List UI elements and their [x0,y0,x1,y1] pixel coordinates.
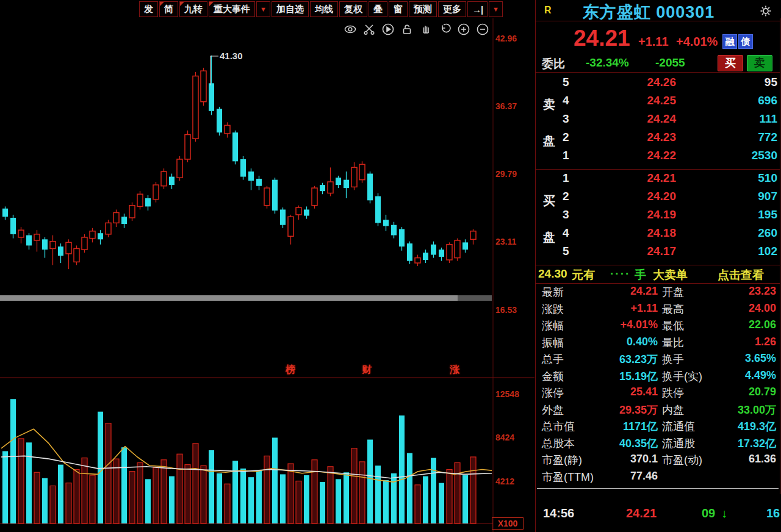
divider [536,169,780,170]
play-icon[interactable] [381,23,396,37]
chart-scrollbar[interactable] [0,295,492,301]
level-volume: 195 [692,208,777,221]
level-price: 24.21 [603,171,676,185]
buy-row[interactable]: 424.18260 [536,226,780,243]
candle [18,230,24,237]
sell-row[interactable]: 224.23772 [536,131,780,148]
divider [536,72,780,73]
candle [50,242,56,249]
footer-last-volume: 16 [766,506,780,520]
zoom-out-icon[interactable] [476,23,491,37]
buy-row[interactable]: 124.21510 [536,171,780,189]
candle [272,180,278,211]
volume-bar [304,475,309,523]
stat-value: 24.21 [591,285,658,298]
candle [359,164,365,179]
scissors-icon[interactable] [362,23,377,37]
level-volume: 2530 [692,149,777,162]
volume-bar [248,477,254,523]
stat-label: 最高 [662,302,684,317]
stat-label: 换手 [662,352,684,367]
sell-row[interactable]: 324.24111 [536,112,780,129]
stat-value: 17.32亿 [709,436,776,451]
event-marker[interactable]: 财 [362,364,372,376]
divider [536,265,780,265]
hand-icon[interactable] [419,23,434,37]
eye-icon[interactable] [344,23,358,37]
candle [423,253,428,260]
candle [399,229,405,246]
price-tick-label: 29.79 [495,169,517,179]
candle [336,178,341,185]
price-change: +1.11 [638,35,669,49]
candle [34,234,40,240]
sell-row[interactable]: 124.222530 [536,149,780,166]
stat-label: 最低 [662,318,684,333]
level-price: 24.24 [603,112,676,126]
buy-row[interactable]: 524.17102 [536,245,780,262]
event-marker[interactable]: 涨 [450,364,459,376]
kline-chart[interactable]: 41.30 42.9636.3729.7923.1116.53125488424… [0,0,536,532]
undo-icon[interactable] [438,23,453,37]
volume-bar [74,470,79,523]
volume-bar [153,467,159,523]
level-number: 4 [563,226,569,240]
weibi-label: 委比 [542,56,565,72]
price-tick-label: 42.96 [495,34,517,43]
candle [320,185,325,191]
volume-bar [34,472,40,523]
sell-row[interactable]: 424.25696 [536,94,780,111]
event-marker[interactable]: 榜 [286,364,295,376]
buy-button[interactable]: 买 [718,55,743,71]
down-arrow-icon: ↓ [721,506,727,520]
sell-row[interactable]: 524.2695 [536,76,780,93]
level-number: 2 [563,131,569,144]
lock-icon[interactable] [400,23,415,37]
stat-label: 涨停 [542,386,564,400]
ticker-view-link[interactable]: 点击查看 [718,267,764,283]
level-price: 24.19 [603,208,676,221]
stat-label: 涨跌 [542,302,564,317]
level-volume: 260 [692,226,777,240]
stat-label: 换手(实) [662,369,702,384]
candle [383,220,389,226]
candle [74,248,79,262]
candle [2,209,8,217]
volume-bar [26,442,32,523]
candle [455,240,460,258]
candle [264,188,270,206]
volume-bar [169,476,175,523]
stat-value: 33.00万 [709,403,776,417]
footer-tick-volume: 09 [702,506,715,520]
volume-bar [232,461,238,523]
stat-label: 涨幅 [542,318,564,333]
level-price: 24.17 [603,245,676,258]
stat-value: 22.06 [709,318,776,331]
buy-row[interactable]: 324.19195 [536,208,780,225]
candle [248,171,254,181]
candle [121,217,127,224]
candle [367,174,373,201]
candle [328,182,333,193]
zoom-in-icon[interactable] [457,23,472,37]
volume-bar [351,448,357,523]
stat-label: 流通值 [662,419,695,434]
stat-value: +1.11 [591,302,658,315]
candle [169,177,175,185]
candle [42,239,48,250]
candle [439,250,444,257]
level-price: 24.25 [603,94,676,107]
price-tick-label: 23.11 [495,237,516,246]
volume-bar [328,467,333,523]
buy-row[interactable]: 224.20907 [536,190,780,207]
stat-label: 振幅 [542,336,564,350]
gear-icon[interactable] [759,4,774,19]
sell-button[interactable]: 卖 [747,55,772,71]
volume-bar [137,462,143,523]
stat-label: 外盘 [542,403,564,417]
level-price: 24.18 [603,226,676,240]
volume-bar [407,453,412,523]
candle [312,188,317,206]
candle [288,217,293,236]
candle [344,180,349,188]
